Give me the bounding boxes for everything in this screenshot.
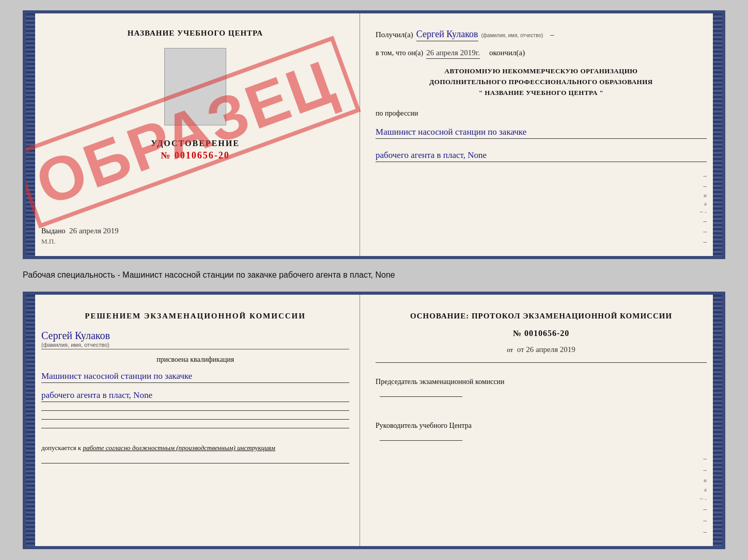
binding-right [713,13,722,256]
poluchil-label: Получил(а) [376,30,413,39]
osnovanie-label: Основание: протокол экзаменационной коми… [376,310,707,322]
photo-placeholder [164,48,226,125]
fio-block: Сергей Кулаков (фамилия, имя, отчество) [41,328,349,349]
poluchil-hint: (фамилия, имя, отчество) [481,33,543,38]
udostoverenie-block: УДОСТОВЕРЕНИЕ № 0010656-20 [151,139,240,161]
udostoverenie-number: № 0010656-20 [151,150,240,161]
top-left-title: НАЗВАНИЕ УЧЕБНОГО ЦЕНТРА [128,29,263,38]
vydano-label: Выдано [41,227,66,235]
vtom-label: в том, что он(а) [376,49,423,57]
poluchil-dash: – [550,30,554,39]
okonchil-label: окончил(а) [489,49,525,57]
qualification-line2: рабочего агента в пласт, None [41,390,349,402]
poluchil-name: Сергей Кулаков [416,29,478,41]
bottom-doc-left: Решением экзаменационной комиссии Сергей… [26,295,360,546]
top-document: НАЗВАНИЕ УЧЕБНОГО ЦЕНТРА ОБРАЗЕЦ УДОСТОВ… [23,10,725,259]
vtom-date: 26 апреля 2019г. [426,49,480,59]
ot-label: от [507,346,513,354]
protokol-number: № 0010656-20 [376,329,707,338]
right-margin-dashes-bottom: – – и а ←- – – – [376,454,707,536]
ot-underline [376,362,707,363]
qualification-line1: Машинист насосной станции по закачке [41,371,349,383]
bottom-document: Решением экзаменационной комиссии Сергей… [23,292,725,549]
dopuskaetsya-block: допускается к работе согласно должностны… [41,443,349,454]
underline3 [41,428,349,428]
underline2 [41,419,349,420]
profession-line1: Машинист насосной станции по закачке [376,127,707,139]
org-line3: " НАЗВАНИЕ УЧЕБНОГО ЦЕНТРА " [376,88,707,99]
specialty-label: Рабочая специальность - Машинист насосно… [23,267,725,283]
underline1 [41,410,349,411]
binding-left-bottom [26,295,35,546]
dopuskaetsya-label: допускается к [41,444,81,452]
bottom-doc-right: Основание: протокол экзаменационной коми… [360,295,722,546]
poluchil-line: Получил(а) Сергей Кулаков (фамилия, имя,… [376,29,707,41]
vydano-line: Выдано 26 апреля 2019 [41,216,119,235]
po-professii-label: по профессии [376,109,707,118]
underline4 [41,463,349,463]
ot-date: от от 26 апреля 2019 [376,345,707,354]
dopuskaetsya-text: работе согласно должностным (производств… [83,444,275,452]
komissia-title: Решением экзаменационной комиссии [41,310,349,322]
udostoverenie-title: УДОСТОВЕРЕНИЕ [151,139,240,148]
ot-date-value: от 26 апреля 2019 [517,345,575,354]
vydano-date: 26 апреля 2019 [69,227,119,235]
rukovoditel-label: Руководитель учебного Центра [376,419,707,432]
top-doc-left: НАЗВАНИЕ УЧЕБНОГО ЦЕНТРА ОБРАЗЕЦ УДОСТОВ… [26,13,360,256]
vtom-line: в том, что он(а) 26 апреля 2019г. окончи… [376,49,707,59]
profession-line2: рабочего агента в пласт, None [376,150,707,162]
binding-right-bottom [713,295,722,546]
predsedatel-label: Председатель экзаменационной комиссии [376,375,707,388]
rukovoditel-block: Руководитель учебного Центра [376,419,707,445]
right-dashes: – – и а ←- – – – [376,171,707,246]
fio-hint: (фамилия, имя, отчество) [41,342,349,349]
org-line1: АВТОНОМНУЮ НЕКОММЕРЧЕСКУЮ ОРГАНИЗАЦИЮ [376,66,707,77]
mp-label: М.П. [41,237,55,246]
predsedatel-block: Председатель экзаменационной комиссии [376,375,707,401]
predsedatel-signature-line [380,396,462,397]
org-block: АВТОНОМНУЮ НЕКОММЕРЧЕСКУЮ ОРГАНИЗАЦИЮ ДО… [376,66,707,98]
top-doc-right: Получил(а) Сергей Кулаков (фамилия, имя,… [360,13,722,256]
fio-name: Сергей Кулаков [41,330,349,342]
rukovoditel-signature-line [380,440,462,441]
org-line2: ДОПОЛНИТЕЛЬНОГО ПРОФЕССИОНАЛЬНОГО ОБРАЗО… [376,77,707,88]
prisvoena-label: присвоена квалификация [41,356,349,364]
